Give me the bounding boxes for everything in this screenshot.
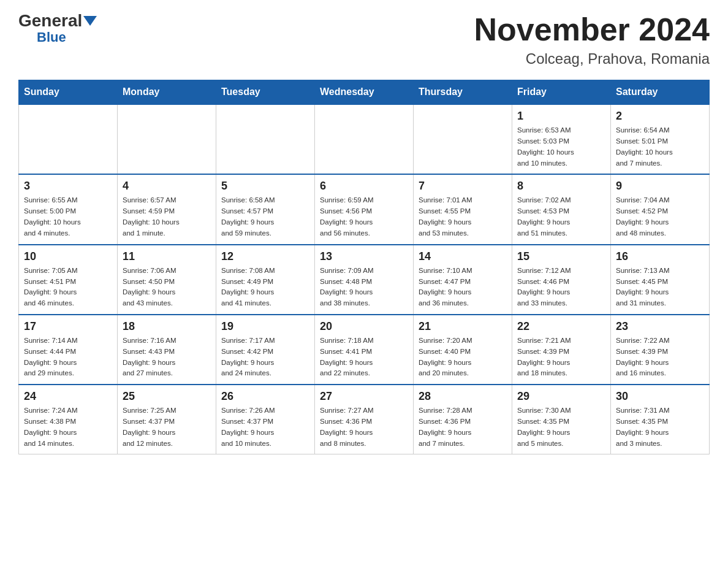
title-section: November 2024 Colceag, Prahova, Romania [474,12,710,67]
day-number: 9 [616,180,704,193]
logo-general-text: General [18,12,82,29]
day-number: 22 [517,320,605,333]
day-cell: 15Sunrise: 7:12 AMSunset: 4:46 PMDayligh… [512,245,611,315]
day-cell: 2Sunrise: 6:54 AMSunset: 5:01 PMDaylight… [611,104,710,174]
day-info: Sunrise: 7:26 AMSunset: 4:37 PMDaylight:… [221,405,309,449]
day-number: 7 [419,180,507,193]
day-info: Sunrise: 7:30 AMSunset: 4:35 PMDaylight:… [517,405,605,449]
day-number: 23 [616,320,704,333]
svg-marker-0 [83,16,97,26]
day-number: 29 [517,390,605,403]
day-info: Sunrise: 6:54 AMSunset: 5:01 PMDaylight:… [616,125,704,169]
day-cell: 22Sunrise: 7:21 AMSunset: 4:39 PMDayligh… [512,315,611,385]
day-info: Sunrise: 6:57 AMSunset: 4:59 PMDaylight:… [123,195,211,239]
weekday-header-row: SundayMondayTuesdayWednesdayThursdayFrid… [19,80,710,105]
day-cell: 6Sunrise: 6:59 AMSunset: 4:56 PMDaylight… [315,174,414,244]
week-row-4: 17Sunrise: 7:14 AMSunset: 4:44 PMDayligh… [19,315,710,385]
day-number: 11 [123,250,211,263]
day-info: Sunrise: 6:55 AMSunset: 5:00 PMDaylight:… [24,195,112,239]
day-number: 27 [320,390,408,403]
day-cell: 24Sunrise: 7:24 AMSunset: 4:38 PMDayligh… [19,385,118,454]
day-number: 4 [123,180,211,193]
day-cell: 13Sunrise: 7:09 AMSunset: 4:48 PMDayligh… [315,245,414,315]
day-number: 16 [616,250,704,263]
week-row-1: 1Sunrise: 6:53 AMSunset: 5:03 PMDaylight… [19,104,710,174]
day-info: Sunrise: 6:53 AMSunset: 5:03 PMDaylight:… [517,125,605,169]
day-info: Sunrise: 7:02 AMSunset: 4:53 PMDaylight:… [517,195,605,239]
day-cell: 11Sunrise: 7:06 AMSunset: 4:50 PMDayligh… [118,245,216,315]
day-info: Sunrise: 7:04 AMSunset: 4:52 PMDaylight:… [616,195,704,239]
day-info: Sunrise: 6:59 AMSunset: 4:56 PMDaylight:… [320,195,408,239]
day-number: 28 [419,390,507,403]
day-number: 14 [419,250,507,263]
day-cell: 29Sunrise: 7:30 AMSunset: 4:35 PMDayligh… [512,385,611,454]
day-cell: 17Sunrise: 7:14 AMSunset: 4:44 PMDayligh… [19,315,118,385]
day-info: Sunrise: 7:28 AMSunset: 4:36 PMDaylight:… [419,405,507,449]
day-number: 20 [320,320,408,333]
day-number: 2 [616,110,704,123]
day-number: 26 [221,390,309,403]
day-cell [216,104,315,174]
weekday-header-thursday: Thursday [414,80,512,105]
week-row-2: 3Sunrise: 6:55 AMSunset: 5:00 PMDaylight… [19,174,710,244]
day-cell: 27Sunrise: 7:27 AMSunset: 4:36 PMDayligh… [315,385,414,454]
day-cell: 12Sunrise: 7:08 AMSunset: 4:49 PMDayligh… [216,245,315,315]
logo: General Blue [18,12,97,45]
day-number: 17 [24,320,112,333]
day-info: Sunrise: 7:14 AMSunset: 4:44 PMDaylight:… [24,335,112,379]
day-cell: 20Sunrise: 7:18 AMSunset: 4:41 PMDayligh… [315,315,414,385]
day-number: 21 [419,320,507,333]
weekday-header-sunday: Sunday [19,80,118,105]
day-info: Sunrise: 7:21 AMSunset: 4:39 PMDaylight:… [517,335,605,379]
day-info: Sunrise: 7:31 AMSunset: 4:35 PMDaylight:… [616,405,704,449]
week-row-3: 10Sunrise: 7:05 AMSunset: 4:51 PMDayligh… [19,245,710,315]
weekday-header-friday: Friday [512,80,611,105]
weekday-header-tuesday: Tuesday [216,80,315,105]
day-info: Sunrise: 7:27 AMSunset: 4:36 PMDaylight:… [320,405,408,449]
calendar-table: SundayMondayTuesdayWednesdayThursdayFrid… [18,80,710,454]
day-info: Sunrise: 7:18 AMSunset: 4:41 PMDaylight:… [320,335,408,379]
day-info: Sunrise: 7:01 AMSunset: 4:55 PMDaylight:… [419,195,507,239]
day-number: 10 [24,250,112,263]
day-number: 25 [123,390,211,403]
day-cell: 10Sunrise: 7:05 AMSunset: 4:51 PMDayligh… [19,245,118,315]
logo-triangle-icon [83,16,97,26]
day-cell: 26Sunrise: 7:26 AMSunset: 4:37 PMDayligh… [216,385,315,454]
weekday-header-saturday: Saturday [611,80,710,105]
day-number: 3 [24,180,112,193]
day-cell: 5Sunrise: 6:58 AMSunset: 4:57 PMDaylight… [216,174,315,244]
day-number: 12 [221,250,309,263]
day-info: Sunrise: 7:24 AMSunset: 4:38 PMDaylight:… [24,405,112,449]
day-cell: 9Sunrise: 7:04 AMSunset: 4:52 PMDaylight… [611,174,710,244]
day-cell: 21Sunrise: 7:20 AMSunset: 4:40 PMDayligh… [414,315,512,385]
day-info: Sunrise: 7:08 AMSunset: 4:49 PMDaylight:… [221,266,309,309]
day-number: 13 [320,250,408,263]
day-info: Sunrise: 7:20 AMSunset: 4:40 PMDaylight:… [419,335,507,379]
day-number: 6 [320,180,408,193]
day-number: 1 [517,110,605,123]
day-number: 15 [517,250,605,263]
day-info: Sunrise: 7:13 AMSunset: 4:45 PMDaylight:… [616,266,704,309]
day-info: Sunrise: 7:09 AMSunset: 4:48 PMDaylight:… [320,266,408,309]
day-number: 8 [517,180,605,193]
day-cell: 14Sunrise: 7:10 AMSunset: 4:47 PMDayligh… [414,245,512,315]
day-info: Sunrise: 7:16 AMSunset: 4:43 PMDaylight:… [123,335,211,379]
day-cell: 16Sunrise: 7:13 AMSunset: 4:45 PMDayligh… [611,245,710,315]
week-row-5: 24Sunrise: 7:24 AMSunset: 4:38 PMDayligh… [19,385,710,454]
day-cell: 1Sunrise: 6:53 AMSunset: 5:03 PMDaylight… [512,104,611,174]
day-info: Sunrise: 7:22 AMSunset: 4:39 PMDaylight:… [616,335,704,379]
weekday-header-monday: Monday [118,80,216,105]
day-number: 24 [24,390,112,403]
day-info: Sunrise: 7:10 AMSunset: 4:47 PMDaylight:… [419,266,507,309]
day-cell: 3Sunrise: 6:55 AMSunset: 5:00 PMDaylight… [19,174,118,244]
day-cell: 23Sunrise: 7:22 AMSunset: 4:39 PMDayligh… [611,315,710,385]
day-cell: 18Sunrise: 7:16 AMSunset: 4:43 PMDayligh… [118,315,216,385]
day-cell [315,104,414,174]
day-cell: 28Sunrise: 7:28 AMSunset: 4:36 PMDayligh… [414,385,512,454]
day-info: Sunrise: 7:17 AMSunset: 4:42 PMDaylight:… [221,335,309,379]
day-cell: 25Sunrise: 7:25 AMSunset: 4:37 PMDayligh… [118,385,216,454]
day-number: 18 [123,320,211,333]
day-info: Sunrise: 7:06 AMSunset: 4:50 PMDaylight:… [123,266,211,309]
page-header: General Blue November 2024 Colceag, Prah… [18,12,710,67]
day-cell: 7Sunrise: 7:01 AMSunset: 4:55 PMDaylight… [414,174,512,244]
